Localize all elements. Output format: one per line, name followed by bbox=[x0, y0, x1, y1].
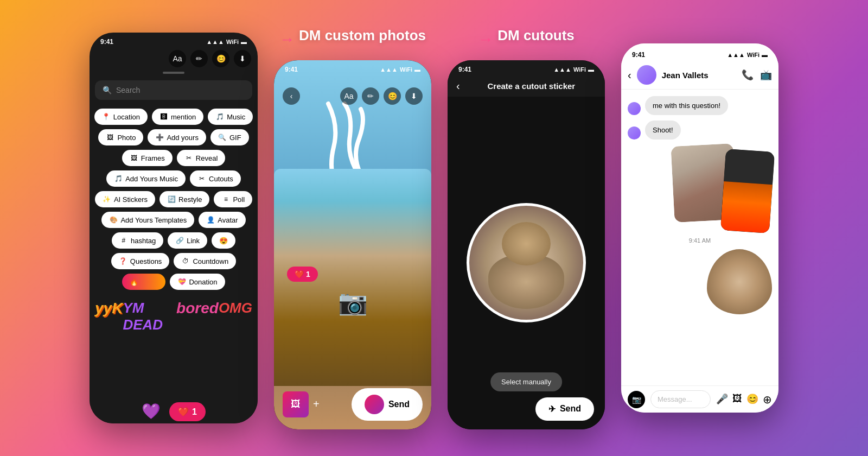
arrow-icon-2: → bbox=[279, 31, 295, 48]
chip-location[interactable]: 📍 Location bbox=[94, 109, 148, 125]
chip-donation[interactable]: 💝 Donation bbox=[170, 274, 225, 290]
sticker-tool-icon[interactable]: 😊 bbox=[212, 50, 229, 67]
chip-restyle[interactable]: 🔄 Restyle bbox=[159, 191, 209, 207]
message-input[interactable]: Message... bbox=[650, 390, 711, 408]
chip-add-yours[interactable]: ➕ Add yours bbox=[148, 129, 206, 145]
add-yours-chip-icon: ➕ bbox=[155, 133, 164, 142]
message-row-1: me with this question! bbox=[628, 96, 772, 115]
video-call-icon[interactable]: 📺 bbox=[760, 69, 772, 81]
chips-row-3: 🖼 Frames ✂ Reveal bbox=[95, 150, 252, 166]
plus-icon[interactable]: + bbox=[313, 398, 320, 410]
like-bubble: ❤️ 1 bbox=[169, 402, 206, 421]
sticker-yyk[interactable]: yyK bbox=[95, 300, 123, 333]
sticker-bored[interactable]: bored bbox=[176, 300, 219, 333]
mic-icon[interactable]: 🎤 bbox=[716, 393, 728, 406]
select-manually-button[interactable]: Select manually bbox=[490, 372, 562, 391]
back-button-3[interactable]: ‹ bbox=[456, 80, 460, 92]
avatar-chip-icon: 👤 bbox=[206, 216, 215, 224]
sticker-tool2-icon[interactable]: 😊 bbox=[384, 87, 401, 105]
like2-count: 1 bbox=[306, 270, 310, 278]
chip-poll-label: Poll bbox=[233, 195, 245, 204]
chip-reveal[interactable]: ✂ Reveal bbox=[177, 150, 225, 166]
send-avatar bbox=[365, 395, 384, 414]
chip-add-yours-music-label: Add Yours Music bbox=[125, 175, 178, 183]
cutouts-chip-icon: ✂ bbox=[197, 174, 206, 183]
chip-cutouts[interactable]: ✂ Cutouts bbox=[190, 170, 241, 187]
chip-emoji[interactable]: 😍 bbox=[212, 232, 235, 249]
back-icon[interactable]: ‹ bbox=[283, 87, 300, 105]
chip-questions[interactable]: ❓ Questions bbox=[111, 253, 170, 269]
phone2-time: 9:41 bbox=[285, 66, 298, 73]
chip-poll[interactable]: ≡ Poll bbox=[214, 191, 252, 207]
chip-donation-label: Donation bbox=[189, 278, 217, 286]
phone3-time: 9:41 bbox=[458, 66, 471, 73]
ai-stickers-icon: ✨ bbox=[103, 195, 111, 204]
send-button-2[interactable]: Send bbox=[352, 388, 423, 421]
phone-call-icon[interactable]: 📞 bbox=[742, 69, 754, 81]
heart2-icon: ❤️ bbox=[295, 270, 304, 278]
chip-photo-label: Photo bbox=[117, 134, 136, 142]
chips-row-4: 🎵 Add Yours Music ✂ Cutouts bbox=[95, 170, 252, 187]
cutout-header: ‹ Create a cutout sticker bbox=[448, 75, 605, 97]
music-chip-icon: 🎵 bbox=[215, 112, 224, 121]
search-bar[interactable]: 🔍 Search bbox=[95, 80, 252, 100]
gallery-icon[interactable]: 🖼 bbox=[732, 393, 742, 406]
photo-message-2 bbox=[720, 149, 775, 233]
chip-link[interactable]: 🔗 Link bbox=[168, 232, 207, 249]
cutout-image-area: Select manually ✈ Send bbox=[448, 97, 605, 429]
send3-arrow-icon: ✈ bbox=[548, 404, 556, 414]
like-count: 1 bbox=[192, 407, 197, 417]
gif-chip-icon: 🔍 bbox=[218, 133, 227, 142]
user-avatar bbox=[637, 65, 656, 85]
message-placeholder: Message... bbox=[658, 395, 692, 403]
heart-icon: ❤️ bbox=[178, 407, 189, 417]
chip-add-yours-label: Add yours bbox=[167, 134, 199, 142]
draw-tool-icon[interactable]: ✏ bbox=[190, 50, 208, 67]
hashtag-icon: # bbox=[119, 236, 128, 245]
chip-avatar-label: Avatar bbox=[218, 216, 238, 224]
back-button-4[interactable]: ‹ bbox=[628, 69, 631, 81]
battery-icon: ▬ bbox=[241, 39, 247, 45]
phone1-time: 9:41 bbox=[100, 38, 113, 46]
emoji-icon[interactable]: 😊 bbox=[746, 393, 758, 406]
phone4-time: 9:41 bbox=[632, 51, 645, 59]
poll-icon: ≡ bbox=[221, 195, 230, 204]
save-tool-icon[interactable]: ⬇ bbox=[234, 50, 251, 67]
phone2-status: 9:41 ▲▲▲ WiFi ▬ bbox=[274, 60, 431, 75]
search-icon: 🔍 bbox=[103, 86, 112, 94]
camera-button[interactable]: 📷 bbox=[628, 391, 645, 408]
chip-ai-stickers[interactable]: ✨ AI Stickers bbox=[95, 191, 155, 207]
chip-add-yours-music[interactable]: 🎵 Add Yours Music bbox=[106, 170, 186, 187]
message-1: me with this question! bbox=[645, 96, 728, 115]
pen-tool2-icon[interactable]: ✏ bbox=[362, 87, 379, 105]
chip-avatar[interactable]: 👤 Avatar bbox=[199, 212, 245, 228]
chip-mention[interactable]: 🅱 mention bbox=[152, 109, 203, 125]
timestamp: 9:41 AM bbox=[628, 237, 772, 244]
msg-avatar-2 bbox=[628, 126, 641, 140]
sticker-ymdead[interactable]: YM DEAD bbox=[123, 300, 176, 333]
cat-msg-container bbox=[628, 249, 772, 314]
chip-photo[interactable]: 🖼 Photo bbox=[98, 129, 143, 145]
messages-area: me with this question! Shoot! bbox=[621, 90, 778, 385]
chip-slider[interactable]: 🔥 bbox=[122, 274, 165, 290]
chip-frames[interactable]: 🖼 Frames bbox=[122, 150, 173, 166]
phone1-status: 9:41 ▲▲▲ WiFi ▬ bbox=[90, 33, 258, 48]
toolbar-right: Aa ✏ 😊 ⬇ bbox=[340, 87, 423, 105]
add-yours-templates-icon: 🎨 bbox=[109, 216, 118, 224]
sticker-omg[interactable]: OMG bbox=[219, 300, 252, 333]
chip-music[interactable]: 🎵 Music bbox=[208, 109, 253, 125]
chip-countdown[interactable]: ⏱ Countdown bbox=[174, 253, 236, 269]
chip-frames-label: Frames bbox=[141, 154, 165, 162]
text-tool-icon[interactable]: Aa bbox=[169, 50, 186, 67]
send-button-3[interactable]: ✈ Send bbox=[535, 397, 594, 421]
text-tool2-icon[interactable]: Aa bbox=[340, 87, 358, 105]
photo-chip-icon: 🖼 bbox=[106, 133, 114, 142]
add-icon[interactable]: ⊕ bbox=[763, 393, 772, 406]
photo-thumbnail[interactable]: 🖼 bbox=[283, 391, 309, 417]
drag-handle bbox=[163, 72, 184, 74]
download-tool2-icon[interactable]: ⬇ bbox=[405, 87, 423, 105]
chip-gif[interactable]: 🔍 GIF bbox=[210, 129, 249, 145]
battery4-icon: ▬ bbox=[762, 52, 768, 58]
chip-add-yours-templates[interactable]: 🎨 Add Yours Templates bbox=[101, 212, 194, 228]
chip-hashtag[interactable]: # hashtag bbox=[112, 232, 163, 249]
